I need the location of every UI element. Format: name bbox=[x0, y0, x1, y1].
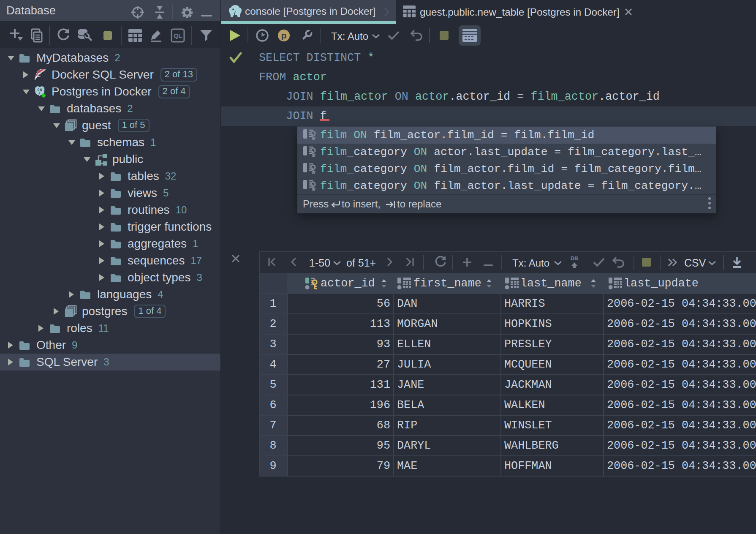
svg-text:DB: DB bbox=[571, 256, 578, 262]
svg-text:p: p bbox=[281, 30, 287, 40]
svg-text:QL: QL bbox=[174, 33, 182, 39]
